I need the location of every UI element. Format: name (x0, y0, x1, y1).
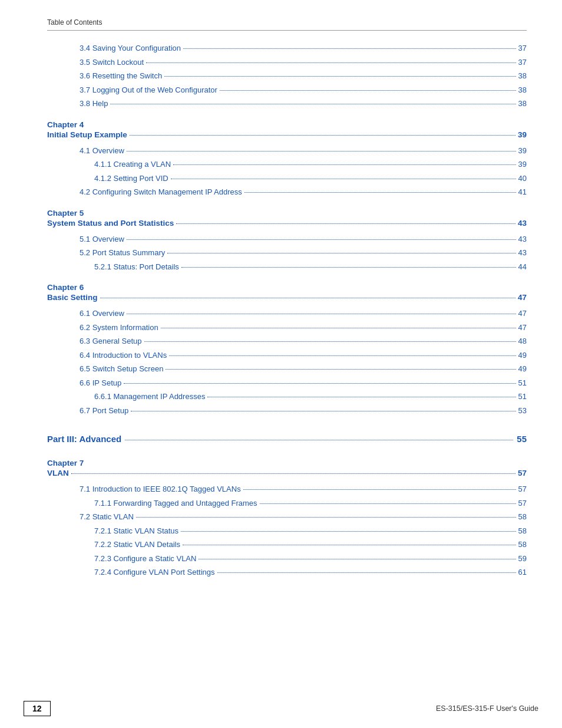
toc-entry-67[interactable]: 6.7 Port Setup 53 (47, 405, 527, 417)
toc-entry-41[interactable]: 4.1 Overview 39 (47, 145, 527, 157)
page-37: 38 (518, 84, 527, 96)
toc-entry-42[interactable]: 4.2 Configuring Switch Management IP Add… (47, 186, 527, 198)
toc-entry-64[interactable]: 6.4 Introduction to VLANs 49 (47, 350, 527, 361)
entry-text-412: 4.1.2 Setting Port VID (94, 173, 168, 185)
entry-text-723: 7.2.3 Configure a Static VLAN (94, 553, 196, 565)
chapter4-title-entry[interactable]: Initial Setup Example 39 (47, 130, 527, 139)
toc-entry-63[interactable]: 6.3 General Setup 48 (47, 335, 527, 347)
entry-text-37: 3.7 Logging Out of the Web Configurator (80, 84, 217, 96)
toc-entry-37[interactable]: 3.7 Logging Out of the Web Configurator … (47, 84, 527, 96)
page-62: 47 (518, 322, 527, 334)
entry-text-41: 4.1 Overview (80, 145, 124, 157)
toc-entry-38[interactable]: 3.8 Help 38 (47, 98, 527, 110)
entry-text-42: 4.2 Configuring Switch Management IP Add… (80, 186, 242, 198)
dots-35 (146, 62, 515, 63)
entry-text-64: 6.4 Introduction to VLANs (80, 350, 167, 361)
entry-text-66: 6.6 IP Setup (80, 377, 121, 389)
page-part3: 55 (517, 434, 527, 444)
page-35: 37 (518, 57, 527, 68)
dots-38 (110, 104, 515, 104)
toc-entry-724[interactable]: 7.2.4 Configure VLAN Port Settings 61 (47, 566, 527, 578)
header-text: Table of Contents (47, 18, 102, 27)
page-722: 58 (518, 539, 527, 551)
chapter6-title-entry[interactable]: Basic Setting 47 (47, 293, 527, 302)
entry-text-721: 7.2.1 Static VLAN Status (94, 525, 178, 537)
toc-entry-723[interactable]: 7.2.3 Configure a Static VLAN 59 (47, 553, 527, 565)
entry-text-67: 6.7 Port Setup (80, 405, 128, 417)
toc-entry-61[interactable]: 6.1 Overview 47 (47, 308, 527, 319)
entry-text-63: 6.3 General Setup (80, 335, 142, 347)
chapter6-title-text: Basic Setting (47, 293, 98, 302)
toc-entry-62[interactable]: 6.2 System Information 47 (47, 322, 527, 334)
chapter7-label: Chapter 7 (47, 459, 527, 467)
dots-ch4 (130, 135, 515, 136)
page-41: 39 (518, 145, 527, 157)
part3-entry[interactable]: Part III: Advanced 55 (47, 434, 527, 444)
toc-entry-34[interactable]: 3.4 Saving Your Configuration 37 (47, 42, 527, 54)
entry-text-34: 3.4 Saving Your Configuration (80, 42, 181, 54)
toc-entry-411[interactable]: 4.1.1 Creating a VLAN 39 (47, 159, 527, 170)
dots-721 (181, 531, 515, 532)
page-52: 43 (518, 247, 527, 259)
toc-entry-72[interactable]: 7.2 Static VLAN 58 (47, 511, 527, 523)
toc-entry-35[interactable]: 3.5 Switch Lockout 37 (47, 57, 527, 68)
dots-723 (199, 559, 515, 559)
page-67: 53 (518, 405, 527, 417)
toc-entry-711[interactable]: 7.1.1 Forwarding Tagged and Untagged Fra… (47, 498, 527, 509)
chapter4-label: Chapter 4 (47, 120, 527, 129)
page-container: Table of Contents 3.4 Saving Your Config… (0, 0, 562, 728)
entry-text-36: 3.6 Resetting the Switch (80, 70, 162, 82)
page-411: 39 (518, 159, 527, 170)
dots-ch7 (71, 473, 515, 474)
dots-72 (136, 517, 516, 518)
toc-entry-52[interactable]: 5.2 Port Status Summary 43 (47, 247, 527, 259)
entry-text-51: 5.1 Overview (80, 233, 124, 245)
dots-41 (127, 151, 516, 151)
dots-724 (217, 572, 516, 573)
entry-text-61: 6.1 Overview (80, 308, 124, 319)
dots-36 (164, 76, 515, 77)
page-724: 61 (518, 566, 527, 578)
dots-412 (171, 179, 516, 179)
dots-part3 (125, 440, 513, 440)
toc-entry-721[interactable]: 7.2.1 Static VLAN Status 58 (47, 525, 527, 537)
dots-52 (167, 253, 515, 253)
footer-page-box: 12 (24, 701, 51, 716)
page-ch7: 57 (518, 469, 527, 477)
page-63: 48 (518, 335, 527, 347)
toc-entry-661[interactable]: 6.6.1 Management IP Addresses 51 (47, 391, 527, 403)
dots-71 (243, 489, 516, 490)
page-661: 51 (518, 391, 527, 403)
toc-entry-51[interactable]: 5.1 Overview 43 (47, 233, 527, 245)
toc-entry-521[interactable]: 5.2.1 Status: Port Details 44 (47, 261, 527, 273)
entry-text-724: 7.2.4 Configure VLAN Port Settings (94, 566, 215, 578)
dots-42 (244, 192, 516, 193)
toc-entry-722[interactable]: 7.2.2 Static VLAN Details 58 (47, 539, 527, 551)
chapter5-title-entry[interactable]: System Status and Port Statistics 43 (47, 219, 527, 228)
chapter4-title-text: Initial Setup Example (47, 130, 127, 139)
dots-66 (124, 383, 515, 384)
entry-text-521: 5.2.1 Status: Port Details (94, 261, 179, 273)
page-34: 37 (518, 42, 527, 54)
footer-page-number: 12 (32, 704, 42, 713)
dots-51 (127, 239, 516, 240)
entry-text-38: 3.8 Help (80, 98, 108, 110)
page-ch6: 47 (518, 293, 527, 302)
toc-entry-36[interactable]: 3.6 Resetting the Switch 38 (47, 70, 527, 82)
dots-ch5 (176, 223, 515, 224)
chapter7-title-entry[interactable]: VLAN 57 (47, 469, 527, 477)
page-ch5: 43 (518, 219, 527, 228)
dots-722 (183, 545, 516, 545)
page-42: 41 (518, 186, 527, 198)
toc-entry-65[interactable]: 6.5 Switch Setup Screen 49 (47, 363, 527, 375)
toc-entry-66[interactable]: 6.6 IP Setup 51 (47, 377, 527, 389)
entry-text-65: 6.5 Switch Setup Screen (80, 363, 163, 375)
footer: 12 ES-315/ES-315-F User's Guide (0, 701, 562, 716)
dots-ch6 (100, 298, 515, 298)
page-65: 49 (518, 363, 527, 375)
dots-411 (173, 164, 515, 165)
dots-64 (169, 355, 515, 356)
toc-entry-412[interactable]: 4.1.2 Setting Port VID 40 (47, 173, 527, 185)
page-723: 59 (518, 553, 527, 565)
toc-entry-71[interactable]: 7.1 Introduction to IEEE 802.1Q Tagged V… (47, 483, 527, 495)
